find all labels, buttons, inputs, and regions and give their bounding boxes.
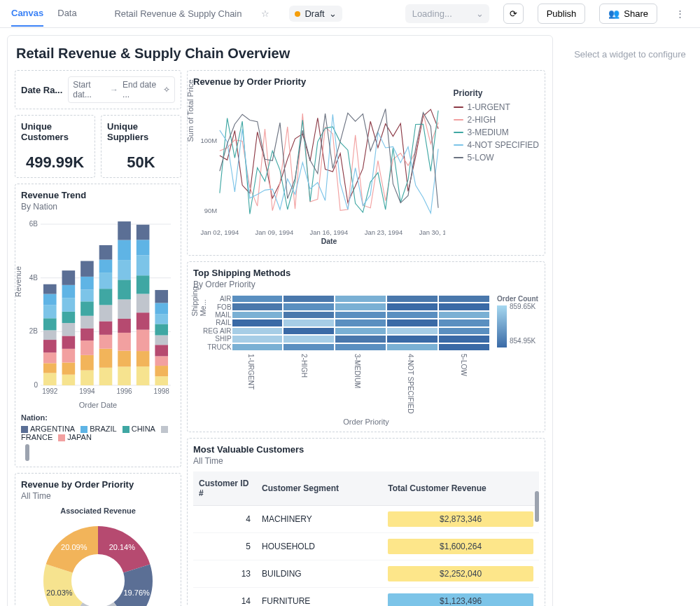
svg-rect-61 <box>136 225 150 240</box>
legend-item[interactable]: CHINA <box>122 425 155 433</box>
svg-rect-25 <box>62 270 76 285</box>
table-row[interactable]: 13BUILDING$2,252,040 <box>193 560 539 588</box>
legend-item[interactable]: 4-NOT SPECIFIED <box>454 140 539 150</box>
table-row[interactable]: 5HOUSEHOLD$1,600,264 <box>193 533 539 560</box>
svg-rect-27 <box>80 355 94 371</box>
svg-text:100M: 100M <box>200 137 217 144</box>
svg-text:20.03%: 20.03% <box>46 588 73 597</box>
x-axis-label: Order Priority <box>193 418 539 426</box>
widget-revenue-trend: Revenue Trend By Nation Revenue 02B4B6B1… <box>15 184 181 467</box>
dashboard-container: Retail Revenue & Supply Chain Overview D… <box>7 35 553 606</box>
svg-rect-51 <box>118 240 131 260</box>
svg-rect-34 <box>80 261 94 277</box>
y-axis-label: Shipping Me... <box>190 287 207 317</box>
share-button[interactable]: 👥 Share <box>599 4 657 24</box>
donut-chart: 20.14%19.76%19.98%20.03%20.09% <box>28 518 168 606</box>
favorite-icon[interactable]: ☆ <box>261 8 270 19</box>
svg-text:4B: 4B <box>29 274 38 282</box>
more-menu-icon[interactable]: ⋮ <box>671 8 689 19</box>
table-header[interactable]: Customer Segment <box>256 471 382 506</box>
svg-rect-31 <box>80 301 94 315</box>
end-date-input[interactable]: End date ... <box>122 80 159 99</box>
svg-text:Jan 09, 1994: Jan 09, 1994 <box>255 228 294 236</box>
colorbar-gradient <box>497 305 507 347</box>
start-date-input[interactable]: Start dat... <box>73 80 106 99</box>
svg-rect-20 <box>62 336 76 348</box>
svg-rect-49 <box>118 280 131 299</box>
widget-subtitle: All Time <box>21 491 175 501</box>
draft-status-dropdown[interactable]: Draft ⌄ <box>289 6 342 22</box>
legend-item[interactable]: JAPAN <box>58 433 92 441</box>
main-canvas: Retail Revenue & Supply Chain Overview D… <box>0 28 560 606</box>
loading-select[interactable]: Loading... <box>405 4 489 23</box>
sparkle-icon[interactable]: ✧ <box>163 85 170 95</box>
table-scrollbar[interactable] <box>535 491 539 522</box>
svg-rect-23 <box>62 298 76 312</box>
svg-text:1994: 1994 <box>79 387 95 395</box>
svg-rect-64 <box>155 356 168 366</box>
page-title: Retail Revenue & Supply Chain Overview <box>15 43 545 70</box>
legend-item[interactable]: 2-HIGH <box>454 115 539 125</box>
svg-rect-19 <box>62 349 76 363</box>
kpi-label: Unique Suppliers <box>107 121 175 142</box>
tab-canvas[interactable]: Canvas <box>11 1 43 27</box>
svg-rect-54 <box>136 351 150 366</box>
table-row[interactable]: 4MACHINERY$2,873,346 <box>193 506 539 533</box>
x-axis-label: Order Date <box>21 401 175 409</box>
heatmap-grid <box>232 295 490 351</box>
kpi-unique-suppliers: Unique Suppliers 50K <box>101 115 181 178</box>
table-row[interactable]: 14FURNITURE$1,123,496 <box>193 588 539 606</box>
svg-rect-55 <box>136 330 150 351</box>
content-area: Retail Revenue & Supply Chain Overview D… <box>0 28 700 606</box>
widget-customers-table: Most Valuable Customers All Time Custome… <box>187 438 545 606</box>
svg-rect-66 <box>155 336 168 345</box>
widget-subtitle: By Nation <box>21 202 175 212</box>
y-axis-label: Sum of Total Price <box>186 79 195 142</box>
widget-title: Most Valuable Customers <box>193 444 539 455</box>
legend-title: Priority <box>454 88 539 98</box>
svg-rect-13 <box>43 318 57 330</box>
kpi-unique-customers: Unique Customers 499.99K <box>15 115 95 178</box>
svg-rect-52 <box>118 221 131 240</box>
svg-rect-10 <box>43 352 57 363</box>
doc-title: Retail Revenue & Supply Chain <box>114 8 241 19</box>
date-range-picker[interactable]: Start dat... → End date ... ✧ <box>68 76 175 103</box>
colorbar-title: Order Count <box>497 295 539 303</box>
table-header[interactable]: Customer ID # <box>193 471 256 506</box>
revenue-trend-legend: Nation: ARGENTINABRAZILCHINAFRANCEJAPAN <box>21 413 175 461</box>
svg-rect-30 <box>80 316 94 329</box>
svg-rect-11 <box>43 340 57 352</box>
widget-title: Top Shipping Methods <box>193 268 539 278</box>
date-range-filter: Date Ra... Start dat... → End date ... ✧ <box>15 70 181 109</box>
svg-text:Jan 02, 1994: Jan 02, 1994 <box>201 228 239 236</box>
view-tabs: Canvas Data <box>11 1 77 27</box>
share-icon: 👥 <box>608 8 620 19</box>
widget-shipping-heatmap: Top Shipping Methods By Order Priority S… <box>187 261 545 432</box>
legend-item[interactable]: ARGENTINA <box>21 425 75 433</box>
svg-text:1992: 1992 <box>42 387 58 395</box>
publish-button[interactable]: Publish <box>538 4 586 24</box>
customers-table: Customer ID #Customer SegmentTotal Custo… <box>193 471 539 606</box>
legend-item[interactable]: BRAZIL <box>80 425 117 433</box>
svg-text:1996: 1996 <box>116 387 132 395</box>
svg-rect-46 <box>118 333 131 351</box>
svg-text:Jan 23, 1994: Jan 23, 1994 <box>365 228 403 236</box>
table-header[interactable]: Total Customer Revenue <box>382 471 539 506</box>
colorbar-max: 859.65K <box>510 303 536 310</box>
heatmap-row-labels: AIRFOBMAILRAILREG AIRSHIPTRUCK <box>203 295 232 351</box>
share-label: Share <box>624 8 648 19</box>
svg-rect-40 <box>99 289 113 305</box>
legend-scrollbar[interactable] <box>25 444 29 461</box>
svg-rect-41 <box>99 273 113 289</box>
legend-item[interactable]: 1-URGENT <box>454 102 539 112</box>
legend-item[interactable]: 5-LOW <box>454 153 539 163</box>
svg-rect-53 <box>136 366 150 385</box>
legend-item[interactable]: 3-MEDIUM <box>454 128 539 137</box>
svg-rect-37 <box>99 335 113 349</box>
tab-data[interactable]: Data <box>57 1 76 27</box>
svg-rect-60 <box>136 240 150 255</box>
refresh-button[interactable]: ⟳ <box>503 4 524 24</box>
svg-rect-45 <box>118 351 131 367</box>
svg-rect-35 <box>99 368 113 385</box>
heatmap-col-labels: 1-URGENT2-HIGH3-MEDIUM4-NOT SPECIFIED5-L… <box>224 354 490 413</box>
